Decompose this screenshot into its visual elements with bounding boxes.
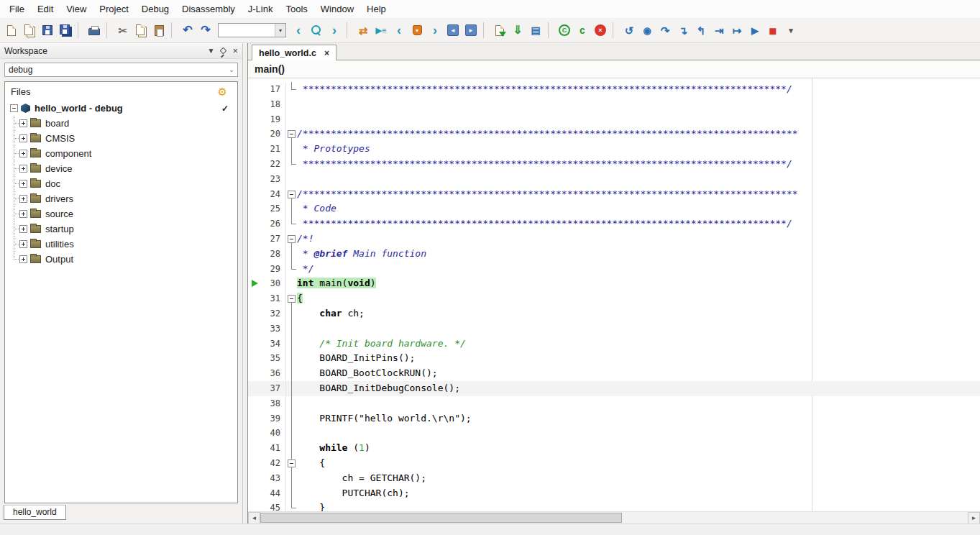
code-text[interactable]: { (297, 456, 980, 471)
code-text[interactable]: { (297, 291, 980, 306)
fold-margin[interactable] (285, 381, 297, 396)
code-text[interactable] (297, 112, 980, 127)
copy-icon[interactable] (132, 22, 150, 39)
fold-margin[interactable] (285, 396, 297, 411)
cstat-c-icon[interactable]: c (574, 22, 591, 39)
code-text[interactable]: } (297, 500, 980, 511)
code-text[interactable]: */ (297, 262, 980, 277)
tree-expand-icon[interactable] (19, 210, 27, 218)
menu-item-edit[interactable]: Edit (31, 1, 60, 17)
tree-expand-icon[interactable] (19, 134, 27, 142)
goto-definition-icon[interactable]: ▶≡ (372, 22, 390, 39)
code-text[interactable]: * @brief Main function (297, 247, 980, 262)
fold-margin[interactable] (285, 456, 297, 471)
menu-item-disassembly[interactable]: Disassembly (175, 1, 242, 17)
fold-margin[interactable] (285, 187, 297, 202)
breakpoint-margin[interactable] (248, 471, 262, 486)
fold-margin[interactable] (285, 441, 297, 456)
code-text[interactable]: /* Init board hardware. */ (297, 337, 980, 352)
fold-margin[interactable] (285, 426, 297, 441)
paste-icon[interactable] (150, 22, 168, 39)
fold-margin[interactable] (285, 351, 297, 366)
breakpoint-margin[interactable] (248, 82, 262, 97)
build-configuration-dropdown[interactable]: debug ⌄ (4, 63, 238, 77)
panel-menu-dropdown-icon[interactable]: ▼ (208, 47, 215, 55)
tree-item-doc[interactable]: doc (5, 176, 237, 191)
fold-margin[interactable] (285, 471, 297, 486)
tree-root-hello-world-debug[interactable]: hello_world - debug✓ (5, 101, 237, 116)
menu-item-project[interactable]: Project (93, 1, 134, 17)
tree-item-source[interactable]: source (5, 206, 237, 221)
breakpoint-margin[interactable] (248, 337, 262, 352)
code-text[interactable]: BOARD_BootClockRUN(); (297, 366, 980, 381)
fold-margin[interactable] (285, 262, 297, 277)
breakpoint-margin[interactable] (248, 500, 262, 511)
fold-margin[interactable] (285, 500, 297, 511)
code-text[interactable]: PUTCHAR(ch); (297, 486, 980, 501)
code-text[interactable]: /***************************************… (297, 187, 980, 202)
breakpoint-margin[interactable] (248, 201, 262, 216)
tree-expand-icon[interactable] (19, 165, 27, 173)
workspace-tab-hello-world[interactable]: hello_world (4, 505, 66, 520)
breakpoint-margin[interactable] (248, 276, 262, 291)
code-text[interactable]: BOARD_InitPins(); (297, 351, 980, 366)
toolbar-dropdown-icon[interactable]: ▾ (782, 22, 800, 39)
tree-item-startup[interactable]: startup (5, 221, 237, 237)
code-text[interactable]: while (1) (297, 441, 980, 456)
fold-margin[interactable] (285, 216, 297, 232)
break-icon[interactable]: ◉ (638, 22, 656, 39)
breakpoint-margin[interactable] (248, 127, 262, 142)
breakpoint-margin[interactable] (248, 426, 262, 441)
fold-collapse-icon[interactable] (288, 191, 296, 198)
reset-icon[interactable]: ↺ (620, 22, 638, 39)
fold-margin[interactable] (285, 127, 297, 142)
code-text[interactable]: PRINTF("hello world.\r\n"); (297, 411, 980, 426)
menu-item-j-link[interactable]: J-Link (242, 1, 280, 17)
next-bookmark-icon[interactable]: › (426, 22, 444, 39)
navigate-forward-icon[interactable]: ► (462, 22, 480, 39)
close-panel-icon[interactable]: × (232, 46, 238, 55)
tree-item-device[interactable]: device (5, 161, 237, 176)
make-icon[interactable]: ▤ (527, 22, 544, 39)
function-selector[interactable]: main() (248, 60, 980, 78)
breakpoint-margin[interactable] (248, 441, 262, 456)
code-text[interactable]: /*! (297, 232, 980, 247)
editor-tab-hello-world-c[interactable]: hello_world.c × (252, 45, 336, 60)
fold-margin[interactable] (285, 247, 297, 262)
find-icon[interactable] (308, 22, 325, 39)
fold-margin[interactable] (285, 306, 297, 321)
fold-margin[interactable] (285, 142, 297, 157)
toggle-bookmark-icon[interactable]: ▾ (408, 22, 426, 39)
replace-icon[interactable]: ⇄ (354, 22, 372, 39)
code-text[interactable] (297, 426, 980, 441)
breakpoint-margin[interactable] (248, 381, 262, 396)
tree-item-utilities[interactable]: utilities (5, 237, 237, 252)
previous-bookmark-icon[interactable]: ‹ (390, 22, 408, 39)
breakpoint-margin[interactable] (248, 247, 262, 262)
open-document-icon[interactable] (21, 22, 38, 39)
tab-close-icon[interactable]: × (324, 49, 329, 58)
breakpoint-margin[interactable] (248, 291, 262, 306)
tree-item-output[interactable]: Output (5, 252, 237, 267)
scroll-left-button[interactable]: ◄ (248, 512, 260, 524)
breakpoint-margin[interactable] (248, 366, 262, 381)
tree-expand-icon[interactable] (19, 180, 27, 188)
stop-build-icon[interactable]: × (592, 22, 609, 39)
code-text[interactable] (297, 321, 980, 337)
scrollbar-track[interactable] (260, 512, 968, 523)
fold-margin[interactable] (285, 82, 297, 97)
code-text[interactable] (297, 172, 980, 187)
new-document-icon[interactable] (3, 22, 20, 39)
code-text[interactable]: ****************************************… (297, 157, 980, 172)
breakpoint-margin[interactable] (248, 262, 262, 277)
cstat-analyze-icon[interactable]: C (556, 22, 573, 39)
undo-icon[interactable]: ↶ (179, 22, 196, 39)
tree-expand-icon[interactable] (19, 240, 27, 248)
code-text[interactable]: BOARD_InitDebugConsole(); (297, 381, 980, 396)
menu-item-tools[interactable]: Tools (279, 1, 313, 17)
fold-margin[interactable] (285, 486, 297, 501)
tree-item-cmsis[interactable]: CMSIS (5, 131, 237, 146)
breakpoint-margin[interactable] (248, 456, 262, 471)
code-text[interactable]: * Prototypes (297, 142, 980, 157)
print-icon[interactable] (86, 22, 103, 39)
